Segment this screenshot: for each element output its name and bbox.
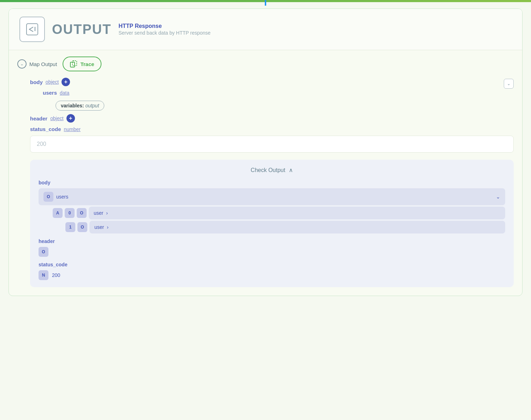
array-item-1: 1 O user › [39,221,505,233]
body-field-type[interactable]: object [46,79,59,85]
header-field-row: header object + [30,114,514,123]
map-output-label: Map Output [29,61,57,67]
index-badge-1: 1 [65,222,75,232]
check-output-body-label: body [39,180,505,185]
user-item-1[interactable]: user › [89,221,505,233]
collapse-button[interactable]: ⌄ [504,79,514,89]
user-item-0[interactable]: user › [89,207,505,219]
main-container: OUTPUT HTTP Response Server send back da… [8,8,523,296]
check-output-chevron: ∧ [289,167,293,173]
header-info: HTTP Response Server send back data by H… [118,23,210,36]
body-field-name: body [30,79,43,85]
toolbar: ⌄ Map Output Trace [9,50,522,78]
index-badge-0: 0 [65,208,75,218]
header-info-title: HTTP Response [118,23,210,29]
users-o-badge: O [43,192,53,202]
users-field-name: users [43,90,57,96]
status-value: 200 [52,272,60,278]
users-chevron-down: ⌄ [496,194,500,200]
users-field-type[interactable]: data [60,90,69,96]
chevron-right-0: › [106,210,108,216]
users-tree-row[interactable]: O users ⌄ [39,188,505,205]
check-output-section: Check Output ∧ body O users ⌄ A 0 O user [30,160,514,287]
body-add-button[interactable]: + [62,78,70,86]
top-bar-indicator [265,0,266,6]
user-label-1: user [94,224,104,230]
type-badge-o-1: O [77,222,87,232]
trace-label: Trace [80,61,94,67]
header-field-name: header [30,116,47,122]
header-field-type[interactable]: object [50,116,63,121]
check-output-label: Check Output [251,167,285,173]
status-code-input[interactable]: 200 [30,136,514,153]
type-badge-o-0: O [77,208,87,218]
page-title: OUTPUT [52,22,111,37]
header-add-button[interactable]: + [66,114,75,123]
map-output-toggle[interactable]: ⌄ Map Output [17,59,57,69]
output-icon-box [19,17,45,42]
variable-bold: variables: [61,103,84,108]
users-field-row: users data [30,90,514,96]
trace-icon [70,60,77,68]
check-output-header-section: header O [39,238,505,257]
status-code-field-name: status_code [30,126,61,132]
status-n-badge: N [39,270,48,280]
check-output-status-label: status_code [39,262,505,267]
array-item-0: A 0 O user › [39,207,505,219]
chevron-right-1: › [107,224,109,230]
chevron-down-icon: ⌄ [17,59,27,69]
array-badge-a: A [53,208,63,218]
header-section: OUTPUT HTTP Response Server send back da… [9,9,522,50]
variable-badge: variables: output [56,101,104,111]
status-code-field-type[interactable]: number [64,126,81,132]
top-bar [0,0,531,2]
check-output-status-section: status_code N 200 [39,262,505,280]
user-label-0: user [94,210,103,216]
output-icon [25,22,39,36]
trace-button[interactable]: Trace [63,57,101,71]
check-output-header: Check Output ∧ [39,167,505,173]
body-field-row: body object + ⌄ [30,78,514,90]
check-output-header-label: header [39,238,505,244]
users-tree-label: users [56,194,493,200]
status-code-field-row: status_code number [30,126,514,132]
header-o-badge: O [39,247,48,257]
header-info-sub: Server send back data by HTTP response [118,30,210,36]
status-value-row: N 200 [39,270,505,280]
content-area: body object + ⌄ users data variables: ou… [9,78,522,296]
variable-italic: output [85,103,99,108]
svg-rect-0 [27,24,38,35]
